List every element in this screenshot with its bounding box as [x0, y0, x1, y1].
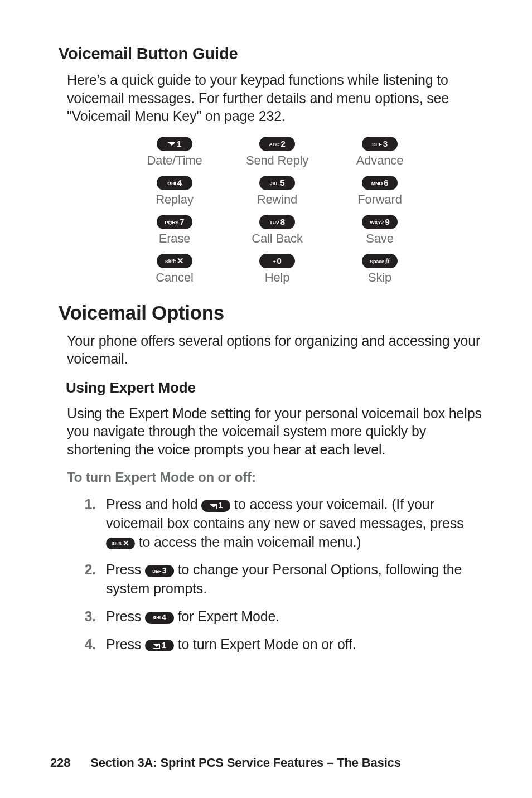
- key-caption: Cancel: [130, 270, 219, 285]
- key-caption: Save: [335, 231, 424, 246]
- inline-key-icon: Shift✕: [106, 538, 135, 550]
- key-button-icon: +0: [259, 254, 295, 268]
- step-number: 4.: [84, 635, 96, 654]
- key-button-icon: DEF3: [362, 137, 398, 151]
- step-item: 3.Press GHI4 for Expert Mode.: [84, 607, 487, 626]
- keypad-cell: +0Help: [233, 254, 322, 285]
- key-caption: Send Reply: [233, 153, 322, 168]
- key-button-icon: GHI4: [157, 176, 192, 190]
- page-number: 228: [50, 756, 70, 770]
- key-button-icon: TUV8: [259, 215, 295, 229]
- heading-button-guide: Voicemail Button Guide: [59, 45, 487, 63]
- keypad-cell: MNO6Forward: [335, 176, 424, 207]
- step-number: 3.: [84, 607, 96, 626]
- key-button-icon: PQRS7: [157, 215, 192, 229]
- key-button-icon: MNO6: [362, 176, 398, 190]
- step-item: 1.Press and hold 1 to access your voicem…: [84, 495, 487, 552]
- keypad-cell: DEF3Advance: [335, 137, 424, 168]
- section-label: Section 3A: Sprint PCS Service Features …: [90, 756, 401, 770]
- key-button-icon: Space#: [362, 254, 398, 268]
- inline-key-icon: 1: [145, 640, 174, 652]
- step-item: 2.Press DEF3 to change your Personal Opt…: [84, 560, 487, 598]
- page-footer: 228 Section 3A: Sprint PCS Service Featu…: [50, 756, 487, 770]
- key-button-icon: 1: [157, 137, 192, 151]
- step-text: Press DEF3 to change your Personal Optio…: [106, 560, 487, 598]
- key-caption: Date/Time: [130, 153, 219, 168]
- keypad-cell: 1Date/Time: [130, 137, 219, 168]
- keypad-cell: WXYZ9Save: [335, 215, 424, 246]
- inline-key-icon: DEF3: [145, 565, 174, 577]
- keypad-guide-grid: 1Date/TimeABC2Send ReplyDEF3AdvanceGHI4R…: [67, 137, 487, 285]
- key-button-icon: ABC2: [259, 137, 295, 151]
- keypad-cell: JKL5Rewind: [233, 176, 322, 207]
- key-caption: Replay: [130, 192, 219, 207]
- keypad-cell: TUV8Call Back: [233, 215, 322, 246]
- bold-instructions: To turn Expert Mode on or off:: [67, 470, 487, 485]
- key-button-icon: JKL5: [259, 176, 295, 190]
- keypad-cell: GHI4Replay: [130, 176, 219, 207]
- keypad-cell: Space#Skip: [335, 254, 424, 285]
- keypad-cell: Shift✕Cancel: [130, 254, 219, 285]
- keypad-cell: ABC2Send Reply: [233, 137, 322, 168]
- key-caption: Advance: [335, 153, 424, 168]
- key-caption: Erase: [130, 231, 219, 246]
- key-caption: Help: [233, 270, 322, 285]
- step-text: Press and hold 1 to access your voicemai…: [106, 495, 487, 552]
- intro-options: Your phone offers several options for or…: [67, 332, 487, 368]
- step-text: Press GHI4 for Expert Mode.: [106, 607, 487, 626]
- heading-voicemail-options: Voicemail Options: [59, 302, 487, 324]
- keypad-cell: PQRS7Erase: [130, 215, 219, 246]
- steps-list: 1.Press and hold 1 to access your voicem…: [67, 495, 487, 654]
- key-caption: Rewind: [233, 192, 322, 207]
- key-button-icon: WXYZ9: [362, 215, 398, 229]
- inline-key-icon: GHI4: [145, 612, 174, 624]
- step-text: Press 1 to turn Expert Mode on or off.: [106, 635, 487, 654]
- intro-button-guide: Here's a quick guide to your keypad func…: [67, 71, 487, 125]
- heading-expert-mode: Using Expert Mode: [66, 379, 487, 396]
- key-caption: Forward: [335, 192, 424, 207]
- inline-key-icon: 1: [201, 500, 230, 512]
- key-caption: Call Back: [233, 231, 322, 246]
- intro-expert-mode: Using the Expert Mode setting for your p…: [67, 404, 487, 459]
- step-number: 1.: [84, 495, 96, 552]
- key-caption: Skip: [335, 270, 424, 285]
- key-button-icon: Shift✕: [157, 254, 192, 268]
- step-item: 4.Press 1 to turn Expert Mode on or off.: [84, 635, 487, 654]
- step-number: 2.: [84, 560, 96, 598]
